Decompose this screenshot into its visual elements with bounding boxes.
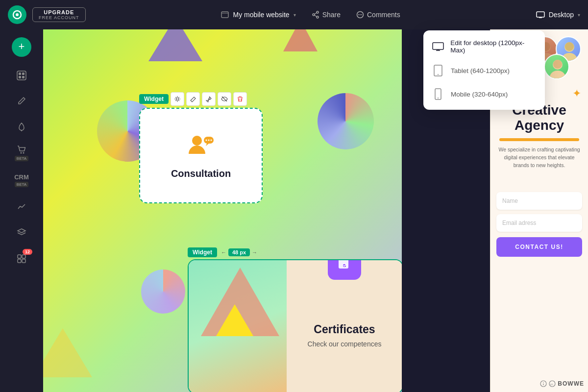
preview-description: We specialize in crafting captivating di… bbox=[496, 146, 582, 169]
logo-button[interactable] bbox=[8, 5, 26, 24]
canvas-area[interactable]: Widget bbox=[43, 29, 402, 392]
cert-right-section: Certificates Check our competences bbox=[287, 260, 402, 392]
widget-settings-button[interactable] bbox=[171, 92, 184, 106]
svg-point-33 bbox=[206, 140, 207, 141]
edit-icon bbox=[17, 96, 26, 106]
svg-rect-27 bbox=[18, 259, 21, 263]
crm-icon: CRM bbox=[14, 173, 29, 181]
cert-triangle-yellow bbox=[216, 304, 253, 336]
svg-point-29 bbox=[176, 98, 178, 100]
consultation-card[interactable]: Consultation bbox=[139, 108, 263, 203]
svg-point-35 bbox=[211, 140, 212, 141]
sidebar-item-crm[interactable]: CRM BETA bbox=[8, 168, 35, 193]
widget-certificates-toolbar: Widget ← 48 px → bbox=[188, 247, 402, 257]
certificates-card[interactable]: Certificates Check our competences bbox=[188, 259, 402, 392]
svg-point-1 bbox=[16, 13, 19, 16]
widget-delete-button[interactable] bbox=[233, 92, 247, 106]
desktop-chevron: ▾ bbox=[578, 12, 580, 18]
svg-point-11 bbox=[360, 14, 361, 15]
free-account-label: FREE ACCOUNT bbox=[39, 15, 79, 20]
add-icon: + bbox=[19, 41, 25, 52]
sidebar-item-edit[interactable] bbox=[8, 89, 35, 113]
comments-button[interactable]: Comments bbox=[356, 11, 400, 19]
cert-title: Certificates bbox=[314, 323, 375, 336]
sidebar-item-layers[interactable] bbox=[8, 220, 35, 244]
comments-icon bbox=[356, 11, 364, 19]
desktop-button[interactable]: Desktop ▾ bbox=[536, 11, 580, 19]
widget-certificates: Widget ← 48 px → bbox=[188, 247, 402, 392]
upgrade-label: UPGRADE bbox=[39, 9, 79, 15]
svg-rect-28 bbox=[22, 259, 25, 263]
svg-point-45 bbox=[550, 71, 565, 79]
svg-line-7 bbox=[314, 13, 317, 14]
preview-email-input[interactable]: Email adress bbox=[496, 214, 582, 232]
svg-point-58 bbox=[438, 98, 439, 98]
crm-beta-badge: BETA bbox=[15, 182, 28, 187]
apps-badge: 12 bbox=[23, 249, 32, 255]
consultation-title: Consultation bbox=[171, 168, 231, 179]
sidebar: + BETA CRM BETA bbox=[0, 29, 43, 392]
triangle-top-right bbox=[283, 29, 318, 51]
svg-rect-20 bbox=[22, 76, 24, 78]
pen-icon bbox=[17, 122, 26, 131]
widget-hide-button[interactable] bbox=[218, 92, 231, 106]
svg-point-22 bbox=[21, 152, 22, 153]
email-placeholder: Email adress bbox=[502, 220, 536, 226]
dropdown-item-tablet[interactable]: Tablet (640-1200px) bbox=[423, 59, 545, 82]
site-name-text: My mobile website bbox=[233, 11, 289, 19]
sidebar-item-pages[interactable] bbox=[8, 64, 35, 87]
dropdown-item-desktop[interactable]: Edit for desktop (1200px-Max) bbox=[423, 34, 545, 59]
widget-label-1: Widget bbox=[139, 94, 169, 104]
sidebar-item-analytics[interactable] bbox=[8, 195, 35, 219]
avatar-woman-dark bbox=[544, 54, 569, 79]
cc-icon: cc bbox=[549, 380, 556, 387]
topbar: UPGRADE FREE ACCOUNT My mobile website ▾… bbox=[0, 0, 588, 29]
site-name-button[interactable]: My mobile website ▾ bbox=[221, 11, 295, 19]
cta-label: CONTACT US! bbox=[515, 244, 563, 250]
dropdown-item-mobile[interactable]: Mobile (320-640px) bbox=[423, 82, 545, 106]
add-element-button[interactable]: + bbox=[12, 37, 31, 57]
consultation-icon bbox=[186, 132, 216, 162]
svg-marker-24 bbox=[18, 229, 25, 233]
desktop-icon bbox=[536, 11, 545, 18]
svg-point-31 bbox=[192, 136, 202, 146]
triangle-bottom-left bbox=[43, 328, 92, 377]
widget-pin-button[interactable] bbox=[202, 92, 216, 106]
svg-rect-19 bbox=[19, 76, 21, 78]
info-icon bbox=[540, 380, 547, 387]
widget-consultation-toolbar: Widget bbox=[139, 92, 263, 106]
arrow-right: → bbox=[252, 249, 257, 255]
apps-icon bbox=[17, 254, 26, 264]
preview-cta-button[interactable]: CONTACT US! bbox=[496, 237, 582, 257]
mobile-icon bbox=[431, 87, 445, 101]
desktop-screen-icon bbox=[431, 40, 444, 53]
site-name-chevron: ▾ bbox=[294, 12, 296, 18]
tablet-icon bbox=[431, 64, 445, 77]
svg-rect-52 bbox=[433, 43, 443, 49]
bowwe-label: BOWWE bbox=[558, 380, 584, 387]
circle-right bbox=[318, 93, 374, 149]
triangle-top-left bbox=[148, 29, 202, 61]
svg-rect-13 bbox=[537, 12, 544, 17]
svg-line-8 bbox=[314, 15, 317, 17]
share-icon bbox=[312, 11, 319, 19]
sidebar-item-cart[interactable]: BETA bbox=[8, 140, 35, 166]
share-button[interactable]: Share bbox=[312, 11, 341, 19]
dropdown-desktop-label: Edit for desktop (1200px-Max) bbox=[450, 39, 537, 54]
preview-title-line2: Agency bbox=[490, 118, 588, 133]
svg-point-10 bbox=[358, 14, 359, 15]
preview-name-input[interactable]: Name bbox=[496, 192, 582, 210]
preview-star: ✦ bbox=[572, 87, 581, 100]
svg-point-56 bbox=[438, 74, 439, 75]
circle-lower bbox=[141, 270, 185, 314]
name-placeholder: Name bbox=[502, 197, 518, 204]
widget-paint-button[interactable] bbox=[186, 92, 200, 106]
px-indicator: ← 48 px → bbox=[221, 248, 257, 256]
upgrade-button[interactable]: UPGRADE FREE ACCOUNT bbox=[32, 7, 86, 22]
sidebar-item-pen[interactable] bbox=[8, 115, 35, 138]
comments-label: Comments bbox=[367, 11, 400, 19]
sidebar-item-apps[interactable]: 12 bbox=[8, 246, 35, 271]
pages-icon bbox=[16, 70, 27, 81]
svg-point-46 bbox=[553, 60, 562, 69]
svg-point-23 bbox=[23, 152, 24, 153]
